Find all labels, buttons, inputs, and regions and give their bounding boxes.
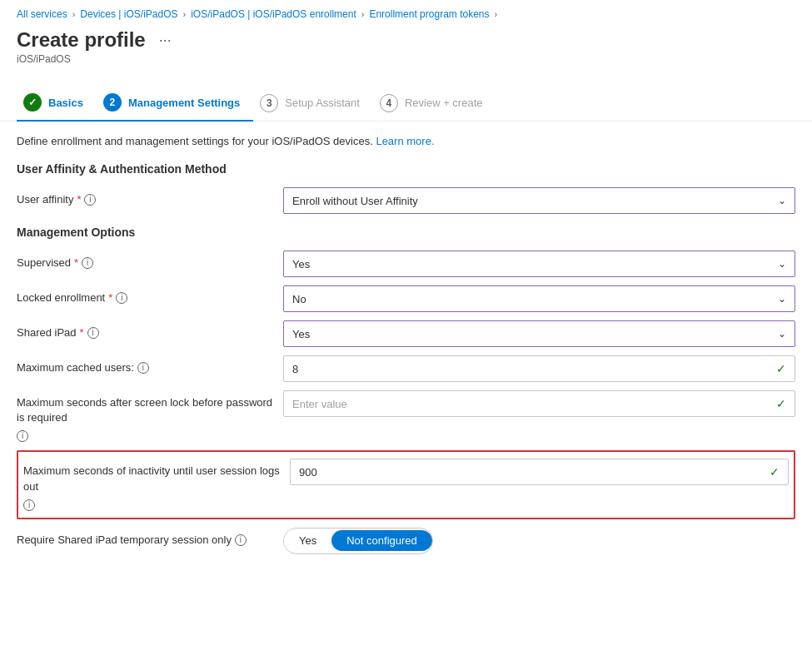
page-subtitle: iOS/iPadOS (17, 53, 795, 65)
breadcrumb-sep-4: › (495, 9, 498, 19)
temp-session-section: Require Shared iPad temporary session on… (17, 528, 795, 554)
locked-enrollment-arrow-icon: ⌄ (778, 293, 786, 305)
temp-session-control: Yes Not configured (283, 528, 795, 554)
breadcrumb-enrollment[interactable]: iOS/iPadOS | iOS/iPadOS enrollment (191, 8, 356, 20)
temp-session-label: Require Shared iPad temporary session on… (17, 528, 283, 548)
inactivity-check-icon: ✓ (770, 465, 780, 479)
page-title: Create profile (17, 28, 146, 52)
screen-lock-control: Enter value ✓ (283, 390, 795, 417)
shared-ipad-arrow-icon: ⌄ (778, 328, 786, 340)
description-text: Define enrollment and management setting… (17, 135, 795, 147)
supervised-required: * (74, 256, 78, 270)
locked-enrollment-info-icon[interactable]: i (116, 292, 127, 304)
breadcrumb-sep-3: › (361, 9, 365, 19)
shared-ipad-dropdown[interactable]: Yes ⌄ (283, 320, 795, 347)
temp-session-info-icon[interactable]: i (235, 534, 247, 546)
step-basics[interactable]: ✓ Basics (17, 87, 97, 122)
main-content: Define enrollment and management setting… (0, 122, 812, 579)
locked-enrollment-dropdown[interactable]: No ⌄ (283, 285, 795, 312)
breadcrumb-sep-1: › (72, 9, 76, 19)
user-affinity-section: User Affinity & Authentication Method Us… (17, 162, 795, 214)
locked-enrollment-control: No ⌄ (283, 285, 795, 312)
user-affinity-required: * (77, 192, 81, 207)
supervised-label: Supervised * i (17, 251, 283, 270)
user-affinity-title: User Affinity & Authentication Method (17, 162, 795, 176)
screen-lock-row: Maximum seconds after screen lock before… (17, 390, 795, 442)
step-review-circle: 4 (380, 94, 398, 112)
shared-ipad-row: Shared iPad * i Yes ⌄ (17, 320, 795, 347)
max-cached-check-icon: ✓ (776, 362, 786, 375)
temp-session-yes-button[interactable]: Yes (284, 530, 331, 551)
step-management-circle: 2 (103, 93, 122, 112)
inactivity-input[interactable]: 900 ✓ (290, 459, 789, 485)
shared-ipad-value: Yes (292, 328, 310, 340)
temp-session-not-configured-button[interactable]: Not configured (331, 530, 432, 551)
supervised-control: Yes ⌄ (283, 251, 795, 277)
wizard-steps: ✓ Basics 2 Management Settings 3 Setup A… (0, 73, 812, 122)
step-setup[interactable]: 3 Setup Assistant (253, 87, 373, 121)
breadcrumb: All services › Devices | iOS/iPadOS › iO… (0, 0, 812, 25)
screen-lock-check-icon: ✓ (776, 397, 786, 410)
user-affinity-arrow-icon: ⌄ (778, 195, 786, 206)
supervised-value: Yes (292, 258, 310, 270)
max-cached-users-input[interactable]: 8 ✓ (283, 355, 795, 382)
user-affinity-control: Enroll without User Affinity ⌄ (283, 187, 795, 214)
inactivity-label: Maximum seconds of inactivity until user… (23, 459, 290, 510)
step-setup-circle: 3 (260, 94, 278, 112)
step-management-label: Management Settings (128, 97, 240, 109)
user-affinity-value: Enroll without User Affinity (292, 195, 418, 207)
management-options-title: Management Options (17, 226, 795, 239)
locked-enrollment-label: Locked enrollment * i (17, 285, 283, 305)
locked-enrollment-value: No (292, 293, 306, 305)
step-review-label: Review + create (405, 97, 483, 109)
user-affinity-info-icon[interactable]: i (84, 194, 96, 206)
shared-ipad-required: * (80, 325, 84, 340)
inactivity-value: 900 (299, 466, 770, 479)
screen-lock-info-icon[interactable]: i (17, 430, 28, 442)
inactivity-info-icon[interactable]: i (23, 499, 35, 511)
supervised-info-icon[interactable]: i (82, 257, 93, 269)
step-setup-label: Setup Assistant (285, 97, 360, 109)
step-basics-label: Basics (48, 97, 83, 109)
screen-lock-value: Enter value (292, 398, 776, 410)
user-affinity-row: User affinity * i Enroll without User Af… (17, 187, 795, 214)
temp-session-row: Require Shared iPad temporary session on… (17, 528, 795, 554)
shared-ipad-info-icon[interactable]: i (87, 327, 99, 339)
supervised-row: Supervised * i Yes ⌄ (17, 251, 795, 277)
locked-enrollment-row: Locked enrollment * i No ⌄ (17, 285, 795, 312)
user-affinity-label: User affinity * i (17, 187, 283, 207)
max-cached-users-value: 8 (292, 363, 776, 375)
shared-ipad-label: Shared iPad * i (17, 320, 283, 340)
breadcrumb-tokens[interactable]: Enrollment program tokens (369, 8, 489, 20)
max-cached-info-icon[interactable]: i (137, 362, 149, 374)
step-basics-circle: ✓ (23, 93, 42, 112)
shared-ipad-control: Yes ⌄ (283, 320, 795, 347)
supervised-arrow-icon: ⌄ (778, 258, 786, 270)
inactivity-control: 900 ✓ (290, 459, 789, 485)
management-options-section: Management Options Supervised * i Yes ⌄ … (17, 226, 795, 519)
learn-more-link[interactable]: Learn more. (376, 135, 434, 147)
max-cached-users-control: 8 ✓ (283, 355, 795, 382)
screen-lock-label: Maximum seconds after screen lock before… (17, 390, 283, 442)
locked-enrollment-required: * (108, 290, 112, 305)
max-cached-users-label: Maximum cached users: i (17, 355, 283, 375)
step-management[interactable]: 2 Management Settings (97, 87, 253, 122)
max-cached-users-row: Maximum cached users: i 8 ✓ (17, 355, 795, 382)
breadcrumb-devices[interactable]: Devices | iOS/iPadOS (80, 8, 177, 20)
supervised-dropdown[interactable]: Yes ⌄ (283, 251, 795, 277)
step-review[interactable]: 4 Review + create (373, 87, 496, 121)
ellipsis-button[interactable]: ··· (154, 30, 177, 51)
inactivity-row: Maximum seconds of inactivity until user… (17, 450, 795, 519)
page-header: Create profile ··· iOS/iPadOS (0, 25, 812, 73)
temp-session-toggle-group: Yes Not configured (283, 528, 433, 554)
screen-lock-input[interactable]: Enter value ✓ (283, 390, 795, 417)
user-affinity-dropdown[interactable]: Enroll without User Affinity ⌄ (283, 187, 795, 214)
breadcrumb-sep-2: › (183, 9, 187, 19)
breadcrumb-all-services[interactable]: All services (17, 8, 67, 20)
